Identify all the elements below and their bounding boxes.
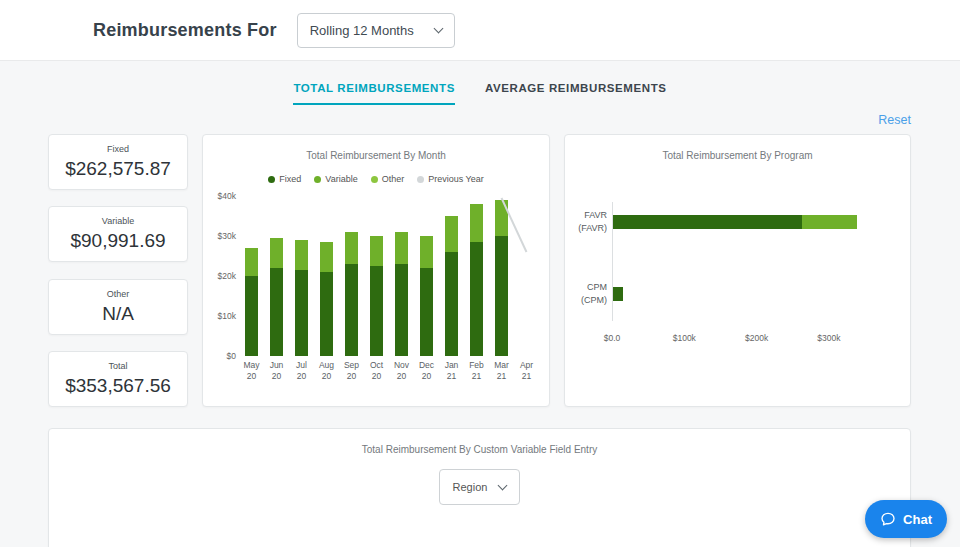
month-chart-bars: [239, 196, 539, 356]
x-axis-label: Apr21: [514, 360, 539, 383]
x-axis-label: Jan21: [439, 360, 464, 383]
bar-segment-variable: [270, 238, 283, 268]
bar-stack: [420, 236, 433, 356]
legend-item[interactable]: Variable: [314, 174, 357, 184]
bar-segment-fixed: [270, 268, 283, 356]
x-axis-tick: $300k: [817, 333, 840, 343]
stat-card-variable: Variable $90,991.69: [48, 206, 188, 262]
stat-card-other: Other N/A: [48, 279, 188, 335]
bar-stack: [495, 200, 508, 356]
program-row[interactable]: FAVR(FAVR): [573, 209, 910, 235]
bar-segment-fixed: [470, 242, 483, 356]
program-chart-card: Total Reimbursement By Program FAVR(FAVR…: [564, 134, 911, 407]
bar-stack: [295, 240, 308, 356]
legend-item[interactable]: Other: [371, 174, 405, 184]
x-axis-label: Sep20: [339, 360, 364, 383]
bar-column[interactable]: [264, 196, 289, 356]
x-axis-label: Aug20: [314, 360, 339, 383]
stat-value: $353,567.56: [65, 375, 171, 397]
legend-item[interactable]: Previous Year: [417, 174, 484, 184]
reimbursements-dashboard: Reimbursements For Rolling 12 Months TOT…: [0, 0, 960, 547]
bar-column[interactable]: [489, 196, 514, 356]
region-dropdown-value: Region: [453, 481, 488, 493]
x-axis-label: Mar21: [489, 360, 514, 383]
bar-column[interactable]: [239, 196, 264, 356]
x-axis-tick: $100k: [673, 333, 696, 343]
program-chart-title: Total Reimbursement By Program: [565, 150, 910, 161]
bar-segment-fixed: [295, 270, 308, 356]
bar-segment-variable: [295, 240, 308, 270]
x-axis-label: May20: [239, 360, 264, 383]
chat-button[interactable]: Chat: [865, 500, 947, 538]
tab-total-reimbursements[interactable]: TOTAL REIMBURSEMENTS: [293, 82, 455, 105]
bar-stack: [370, 236, 383, 356]
month-chart-card: Total Reimbursement By Month FixedVariab…: [202, 134, 550, 407]
legend-label: Other: [382, 174, 405, 184]
bar-segment-variable: [395, 232, 408, 264]
program-row-label: CPM(CPM): [573, 281, 607, 307]
y-axis-tick: $0: [227, 351, 236, 361]
bar-segment-fixed: [370, 266, 383, 356]
bar-segment-variable: [370, 236, 383, 266]
x-axis-tick: $200k: [745, 333, 768, 343]
bar-segment-fixed: [445, 252, 458, 356]
chat-button-label: Chat: [903, 512, 932, 527]
stat-value: N/A: [102, 303, 134, 325]
legend-dot: [371, 176, 378, 183]
legend-label: Fixed: [279, 174, 301, 184]
stat-label: Variable: [102, 216, 134, 226]
month-chart-title: Total Reimbursement By Month: [203, 150, 549, 161]
program-chart-axis-line: [612, 202, 613, 321]
bar-stack: [245, 248, 258, 356]
month-chart-xlabels: May20Jun20Jul20Aug20Sep20Oct20Nov20Dec20…: [239, 360, 539, 383]
bar-column[interactable]: [414, 196, 439, 356]
stat-value: $90,991.69: [70, 230, 165, 252]
program-chart-rows: FAVR(FAVR)CPM(CPM): [573, 209, 910, 307]
program-bar-segment-variable: [802, 215, 857, 229]
bar-segment-fixed: [420, 268, 433, 356]
stat-card-total: Total $353,567.56: [48, 351, 188, 407]
bar-stack: [345, 232, 358, 356]
bar-segment-variable: [420, 236, 433, 268]
legend-item[interactable]: Fixed: [268, 174, 301, 184]
bar-column[interactable]: [389, 196, 414, 356]
x-axis-label: Feb21: [464, 360, 489, 383]
bar-column[interactable]: [464, 196, 489, 356]
period-dropdown-value: Rolling 12 Months: [310, 23, 414, 38]
bar-column[interactable]: [314, 196, 339, 356]
bar-column[interactable]: [439, 196, 464, 356]
bar-column[interactable]: [514, 196, 539, 356]
y-axis-tick: $30k: [218, 231, 236, 241]
program-row[interactable]: CPM(CPM): [573, 281, 910, 307]
reset-link[interactable]: Reset: [878, 113, 911, 127]
chevron-down-icon: [498, 480, 508, 490]
chevron-down-icon: [433, 23, 443, 33]
bar-stack: [470, 204, 483, 356]
tab-bar: TOTAL REIMBURSEMENTS AVERAGE REIMBURSEME…: [0, 61, 960, 105]
bar-column[interactable]: [289, 196, 314, 356]
bar-stack: [320, 242, 333, 356]
y-axis-tick: $40k: [218, 191, 236, 201]
bar-segment-fixed: [345, 264, 358, 356]
region-dropdown[interactable]: Region: [439, 469, 521, 505]
bar-stack: [445, 216, 458, 356]
charts-row: Fixed $262,575.87 Variable $90,991.69 Ot…: [48, 134, 911, 407]
period-dropdown[interactable]: Rolling 12 Months: [297, 13, 455, 48]
program-chart-xticks: $0.0$100k$200k$300k: [612, 333, 865, 345]
stat-value: $262,575.87: [65, 158, 171, 180]
program-row-label: FAVR(FAVR): [573, 209, 607, 235]
legend-label: Previous Year: [428, 174, 484, 184]
bar-segment-variable: [495, 200, 508, 236]
program-chart-plot: FAVR(FAVR)CPM(CPM) $0.0$100k$200k$300k: [565, 209, 910, 345]
tab-average-reimbursements[interactable]: AVERAGE REIMBURSEMENTS: [485, 82, 667, 105]
bar-column[interactable]: [339, 196, 364, 356]
stat-label: Total: [108, 361, 127, 371]
y-axis-tick: $10k: [218, 311, 236, 321]
bar-segment-variable: [445, 216, 458, 252]
program-bar-segment-fixed: [612, 215, 802, 229]
x-axis-label: Jul20: [289, 360, 314, 383]
bar-segment-variable: [245, 248, 258, 276]
custom-field-chart-card: Total Reimbursement By Custom Variable F…: [48, 428, 911, 547]
bar-column[interactable]: [364, 196, 389, 356]
bar-segment-fixed: [320, 272, 333, 356]
